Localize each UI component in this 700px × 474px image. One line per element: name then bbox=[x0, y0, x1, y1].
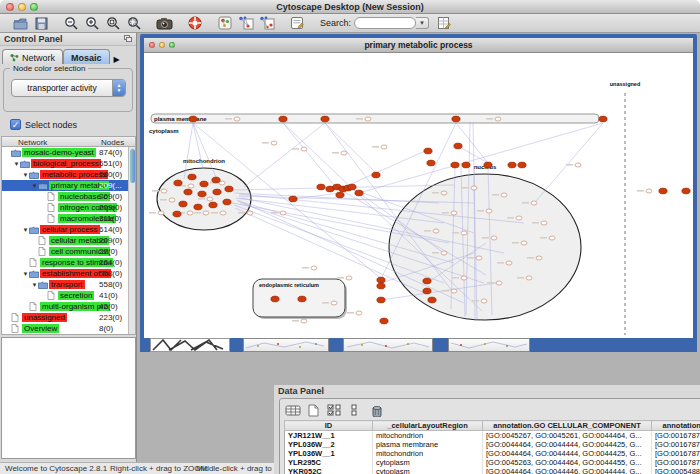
tree-row[interactable]: macromolecule311(0) bbox=[2, 213, 135, 224]
network-view-title: primary metabolic process bbox=[144, 40, 693, 50]
tree-row[interactable]: nucleobase-c209(0) bbox=[2, 191, 135, 202]
layout-a-icon[interactable] bbox=[237, 16, 254, 31]
tree-row[interactable]: secretion41(0) bbox=[2, 290, 135, 301]
tree-scrollbar[interactable] bbox=[128, 147, 135, 334]
table-column-header[interactable]: annotation.GO CELLULAR_COMPONENT bbox=[483, 421, 652, 431]
tree-row-count: 22(0) bbox=[99, 247, 118, 256]
control-panel-tabs: Network Mosaic ▶ bbox=[2, 48, 135, 64]
svg-text:plasma membrane: plasma membrane bbox=[154, 116, 207, 122]
unselect-attributes-icon[interactable] bbox=[347, 403, 364, 418]
expand-arrow-icon[interactable]: ▼ bbox=[31, 183, 38, 189]
tree-row-count: 209(0) bbox=[99, 203, 122, 212]
network-canvas[interactable]: plasma membranecytoplasmmitochondrionnuc… bbox=[144, 53, 693, 345]
tree-row-label: unassigned bbox=[22, 313, 67, 322]
open-session-icon[interactable] bbox=[12, 16, 29, 31]
tree-row[interactable]: ▼primary metabo209(... bbox=[2, 180, 135, 191]
table-cell: YJR121W__1 bbox=[285, 431, 373, 441]
attribute-editor-icon[interactable] bbox=[435, 16, 452, 31]
table-row[interactable]: YJR121W__1mitochondrion[GO:0045267, GO:0… bbox=[285, 431, 700, 441]
help-icon[interactable] bbox=[186, 16, 203, 31]
tree-row[interactable]: multi-organism pro42(0) bbox=[2, 301, 135, 312]
tab-network[interactable]: Network bbox=[2, 49, 63, 64]
select-attributes-icon[interactable] bbox=[326, 403, 343, 418]
table-row[interactable]: YPL036W__1mitochondrion[GO:0044464, GO:0… bbox=[285, 449, 700, 458]
tree-row[interactable]: ▼metabolic process280(0) bbox=[2, 169, 135, 180]
tree-row[interactable]: cellular metabol209(0) bbox=[2, 235, 135, 246]
tree-row[interactable]: mosaic-demo-yeast874(0) bbox=[2, 147, 135, 158]
search-input[interactable] bbox=[354, 17, 416, 29]
data-panel-title: Data Panel bbox=[278, 386, 324, 396]
tree-row[interactable]: ▼transport558(0) bbox=[2, 279, 135, 290]
table-column-header[interactable]: ID bbox=[285, 421, 373, 431]
folder-icon bbox=[11, 149, 22, 157]
expand-arrow-icon[interactable]: ▼ bbox=[22, 172, 29, 178]
node-color-dropdown[interactable]: transporter activity ▲▼ bbox=[11, 79, 126, 97]
zoom-fit-icon[interactable] bbox=[126, 16, 143, 31]
birds-eye-view[interactable] bbox=[1, 337, 136, 459]
attribute-table[interactable]: ID_cellularLayoutRegionannotation.GO CEL… bbox=[284, 420, 700, 474]
zoom-in-icon[interactable] bbox=[84, 16, 101, 31]
table-cell: YPL036W__1 bbox=[285, 449, 373, 458]
snapshot-icon[interactable] bbox=[156, 16, 173, 31]
expand-arrow-icon[interactable]: ▼ bbox=[22, 227, 29, 233]
delete-attribute-icon[interactable] bbox=[368, 403, 385, 418]
tree-row[interactable]: ▼biological_process651(0) bbox=[2, 158, 135, 169]
vizmapper-icon[interactable] bbox=[216, 16, 233, 31]
expand-arrow-icon[interactable]: ▼ bbox=[13, 161, 20, 167]
expand-arrow-icon[interactable]: ▼ bbox=[31, 282, 38, 288]
file-icon bbox=[11, 313, 22, 322]
network-view-frame: primary metabolic process plasma membran… bbox=[140, 34, 697, 352]
search-options-button[interactable]: ▼ bbox=[416, 17, 429, 29]
tree-row-count: 280(0) bbox=[99, 170, 122, 179]
background-window-fragment[interactable] bbox=[343, 338, 433, 352]
folder-icon bbox=[29, 226, 40, 234]
table-row[interactable]: YPL036W__2plasma membrane[GO:0044464, GO… bbox=[285, 440, 700, 449]
table-row[interactable]: YLR295Ccytoplasm[GO:0045263, GO:0044464,… bbox=[285, 458, 700, 467]
node-color-selection-group: Node color selection transporter activit… bbox=[3, 68, 133, 112]
search-label: Search: bbox=[320, 18, 351, 28]
zoom-out-icon[interactable] bbox=[63, 16, 80, 31]
tab-mosaic-label: Mosaic bbox=[71, 53, 102, 63]
background-window-fragment[interactable] bbox=[448, 338, 530, 352]
save-session-icon[interactable] bbox=[33, 16, 50, 31]
network-desktop: primary metabolic process plasma membran… bbox=[137, 33, 700, 462]
tree-row[interactable]: ▼cellular process614(0) bbox=[2, 224, 135, 235]
layout-b-icon[interactable] bbox=[258, 16, 275, 31]
select-nodes-checkbox[interactable]: ✓ bbox=[10, 119, 21, 130]
background-window-sketch[interactable] bbox=[150, 338, 230, 352]
tab-overflow-arrow[interactable]: ▶ bbox=[114, 55, 120, 64]
dropdown-stepper-icon: ▲▼ bbox=[112, 80, 125, 96]
table-column-header[interactable]: annotation.GO MOLECULAR_FUNCTION bbox=[652, 421, 700, 431]
table-cell: [GO:0016787, GO:0005488, GO:0005215, G..… bbox=[652, 440, 700, 449]
select-nodes-row: ✓ Select nodes bbox=[10, 119, 77, 130]
table-row[interactable]: YKR052Ccytoplasm[GO:0044464, GO:0044446,… bbox=[285, 467, 700, 474]
tree-row-label: mosaic-demo-yeast bbox=[22, 148, 96, 157]
tree-row[interactable]: response to stimulu264(0) bbox=[2, 257, 135, 268]
tree-row-count: 264(0) bbox=[99, 258, 122, 267]
network-view-titlebar[interactable]: primary metabolic process bbox=[144, 38, 693, 53]
tree-row-count: 311(0) bbox=[99, 214, 122, 223]
table-cell: [GO:0044464, GO:0044444, GO:0044425, G..… bbox=[483, 440, 652, 449]
svg-text:mitochondrion: mitochondrion bbox=[183, 158, 225, 164]
tree-row[interactable]: ▼establishment of lo558(0) bbox=[2, 268, 135, 279]
tree-row[interactable]: nitrogen compo209(0) bbox=[2, 202, 135, 213]
expand-arrow-icon[interactable]: ▼ bbox=[22, 271, 29, 277]
tree-row[interactable]: Overview8(0) bbox=[2, 323, 135, 334]
svg-text:endoplasmic reticulum: endoplasmic reticulum bbox=[259, 282, 319, 288]
annotation-icon[interactable] bbox=[288, 16, 305, 31]
background-windows-strip bbox=[140, 338, 697, 352]
tab-mosaic[interactable]: Mosaic bbox=[63, 49, 110, 64]
zoom-selected-icon[interactable] bbox=[105, 16, 122, 31]
tree-row-count: 223(0) bbox=[99, 313, 122, 322]
tree-row[interactable]: cell communicat22(0) bbox=[2, 246, 135, 257]
graph-regions: plasma membranecytoplasmmitochondrionnuc… bbox=[149, 81, 640, 335]
float-panel-icon[interactable] bbox=[124, 35, 133, 43]
window-titlebar: Cytoscape Desktop (New Session) bbox=[0, 0, 700, 14]
new-attribute-icon[interactable] bbox=[305, 403, 322, 418]
tree-row-count: 614(0) bbox=[99, 225, 122, 234]
network-tab-icon bbox=[10, 53, 19, 62]
background-window-fragment[interactable] bbox=[243, 338, 329, 352]
column-grid-icon[interactable] bbox=[284, 403, 301, 418]
table-column-header[interactable]: _cellularLayoutRegion bbox=[373, 421, 483, 431]
tree-row[interactable]: unassigned223(0) bbox=[2, 312, 135, 323]
